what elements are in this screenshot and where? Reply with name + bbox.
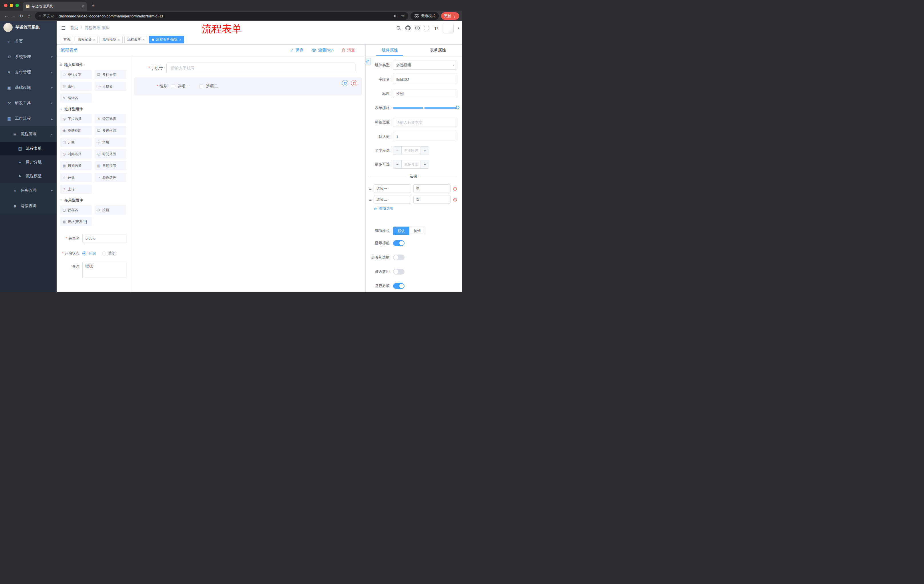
close-window-button[interactable]	[4, 4, 7, 7]
max-select-value[interactable]: 最多可选	[401, 160, 421, 168]
minus-button[interactable]: −	[393, 160, 401, 168]
close-icon[interactable]: ×	[143, 38, 144, 41]
close-icon[interactable]: ×	[179, 38, 181, 41]
status-off-radio[interactable]: 关闭	[102, 251, 116, 256]
disabled-switch[interactable]	[393, 269, 404, 275]
delete-component-button[interactable]	[351, 80, 357, 86]
palette-item-radio-group[interactable]: ◉单选框组	[60, 126, 92, 135]
palette-item-switch[interactable]: ◫开关	[60, 138, 92, 147]
sidebar-item-infrastructure[interactable]: ▣ 基础设施 ▾	[0, 80, 57, 95]
drag-handle-icon[interactable]: ≡	[369, 197, 372, 202]
search-icon[interactable]	[396, 25, 401, 31]
github-icon[interactable]	[405, 25, 411, 31]
view-json-button[interactable]: 查看json	[311, 48, 333, 53]
chevron-down-icon[interactable]: ▾	[457, 26, 459, 30]
fullscreen-icon[interactable]	[424, 25, 430, 31]
sidebar-item-process-form[interactable]: ▤ 流程表单	[0, 142, 57, 155]
tag-home[interactable]: 首页	[61, 36, 73, 43]
default-value-input[interactable]	[393, 132, 457, 141]
palette-item-color-picker[interactable]: ◑颜色选择	[95, 173, 126, 182]
tag-process-form[interactable]: 流程表单 ×	[124, 36, 147, 43]
security-chip[interactable]: ⚠ 不安全	[38, 14, 56, 18]
sidebar-item-process-management[interactable]: ≣ 流程管理 ▴	[0, 126, 57, 142]
style-default-button[interactable]: 默认	[393, 227, 409, 235]
tab-component-props[interactable]: 组件属性	[366, 44, 414, 56]
remove-option-icon[interactable]: ⊖	[453, 186, 457, 191]
palette-item-table[interactable]: ▩表格[开发中]	[60, 217, 92, 226]
drag-handle-icon[interactable]: ≡	[369, 186, 372, 191]
border-switch[interactable]	[393, 255, 404, 260]
sidebar-item-payment[interactable]: ¥ 支付管理 ▾	[0, 64, 57, 80]
palette-item-counter[interactable]: 123计数器	[95, 82, 126, 91]
label-width-input[interactable]	[393, 118, 457, 127]
zoom-window-button[interactable]	[15, 4, 19, 7]
palette-item-password[interactable]: ⊡密码	[60, 82, 92, 91]
copy-component-button[interactable]	[342, 80, 348, 86]
field-name-input[interactable]	[393, 75, 457, 84]
palette-item-multi-text[interactable]: ▤多行文本	[95, 70, 126, 79]
add-option-button[interactable]: ⊕ 添加选项	[374, 206, 457, 211]
status-on-radio[interactable]: 开启	[82, 251, 96, 256]
min-select-value[interactable]: 至少应选	[401, 146, 421, 155]
link-button[interactable]	[365, 58, 371, 65]
option-value-input[interactable]	[413, 195, 450, 204]
home-icon[interactable]: ⌂	[25, 13, 33, 18]
minimize-window-button[interactable]	[10, 4, 13, 7]
collapse-sidebar-icon[interactable]: ☰	[57, 25, 70, 31]
palette-item-select[interactable]: ◎下拉选择	[60, 114, 92, 123]
browser-menu-icon[interactable]: ⋮	[452, 14, 456, 18]
save-button[interactable]: ✓ 保存	[290, 48, 304, 53]
reload-icon[interactable]: ↻	[18, 13, 25, 19]
sidebar-item-task-management[interactable]: ⋔ 任务管理 ▾	[0, 183, 57, 198]
clear-button[interactable]: 清空	[342, 48, 355, 53]
minus-button[interactable]: −	[393, 146, 401, 155]
help-icon[interactable]: ?	[414, 25, 420, 31]
sidebar-item-home[interactable]: ⌂ 首页	[0, 34, 57, 49]
sidebar-item-user-group[interactable]: ⚭ 用户分组	[0, 155, 57, 169]
sidebar-item-workflow[interactable]: ▥ 工作流程 ▴	[0, 111, 57, 126]
style-button-button[interactable]: 按钮	[409, 227, 426, 235]
palette-item-rate[interactable]: ☆评分	[60, 173, 92, 182]
sidebar-item-devtools[interactable]: ⚒ 研发工具 ▾	[0, 95, 57, 111]
title-input[interactable]	[393, 89, 457, 98]
palette-item-time-picker[interactable]: ◷时间选择	[60, 150, 92, 159]
palette-item-button[interactable]: ⊙按钮	[95, 206, 126, 215]
gender-option2-checkbox[interactable]: 选项二	[199, 84, 218, 89]
phone-input[interactable]	[167, 63, 355, 73]
sidebar-item-process-model[interactable]: ➤ 流程模型	[0, 169, 57, 183]
plus-button[interactable]: +	[421, 160, 429, 168]
palette-item-single-text[interactable]: ▭单行文本	[60, 70, 92, 79]
sidebar-item-leave-query[interactable]: ☻ 请假查询	[0, 198, 57, 214]
option-label-input[interactable]	[374, 184, 411, 193]
font-size-icon[interactable]: TT	[433, 25, 439, 31]
palette-item-upload[interactable]: ↥上传	[60, 184, 92, 194]
palette-item-date-range[interactable]: ▥日期范围	[95, 161, 126, 170]
close-icon[interactable]: ×	[118, 38, 119, 41]
browser-tab[interactable]: 芋道管理系统 ×	[23, 2, 87, 11]
close-icon[interactable]: ×	[82, 4, 84, 8]
required-switch[interactable]	[393, 283, 404, 289]
bookmark-star-icon[interactable]: ☆	[401, 13, 405, 18]
slider-handle[interactable]	[456, 106, 459, 109]
tag-process-model[interactable]: 流程模型 ×	[99, 36, 122, 43]
form-name-input[interactable]	[82, 234, 127, 243]
show-label-switch[interactable]	[393, 240, 404, 246]
form-remark-textarea[interactable]: 嘿嘿	[82, 262, 127, 278]
address-bar[interactable]: ⚠ 不安全 dashboard.yudao.iocoder.cn/bpm/man…	[35, 12, 408, 20]
breadcrumb-home[interactable]: 首页	[70, 25, 78, 31]
update-browser-button[interactable]: 更新 ⋮	[441, 12, 459, 20]
palette-item-time-range[interactable]: ◴时间范围	[95, 150, 126, 159]
back-icon[interactable]: ←	[3, 13, 10, 18]
tag-process-form-edit[interactable]: 流程表单-编辑 ×	[149, 36, 184, 43]
close-icon[interactable]: ×	[93, 38, 95, 41]
palette-item-date-picker[interactable]: ▦日期选择	[60, 161, 92, 170]
new-tab-button[interactable]: +	[91, 2, 95, 8]
remove-option-icon[interactable]: ⊖	[453, 197, 457, 202]
tab-form-props[interactable]: 表单属性	[414, 44, 462, 56]
option-label-input[interactable]	[374, 195, 411, 204]
key-icon[interactable]	[394, 14, 398, 18]
grid-slider[interactable]	[393, 104, 457, 113]
gender-option1-checkbox[interactable]: 选项一	[171, 84, 190, 89]
avatar[interactable]	[443, 23, 454, 33]
sidebar-item-system[interactable]: ⚙ 系统管理 ▾	[0, 49, 57, 64]
